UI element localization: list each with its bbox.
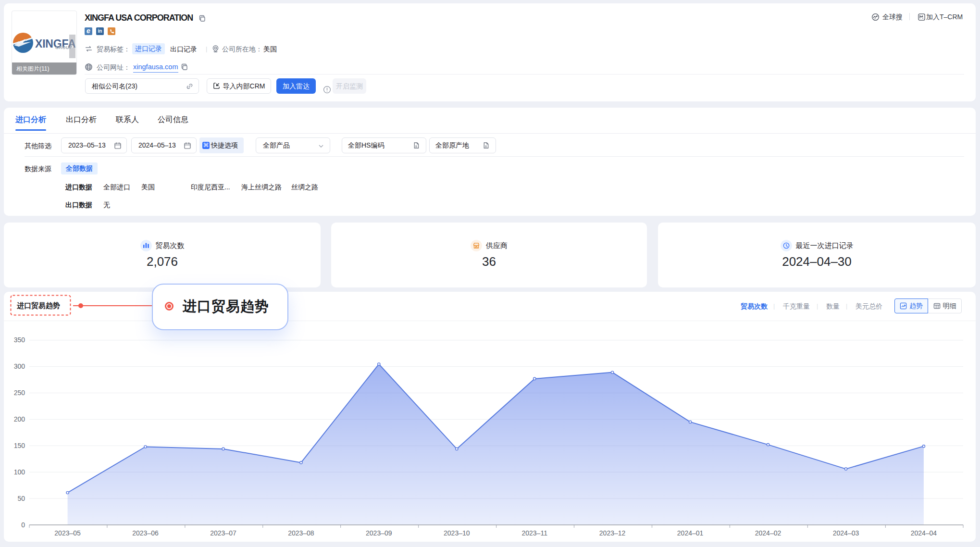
svg-text:2024–04: 2024–04 [911,529,937,537]
svg-text:2024–02: 2024–02 [755,529,782,537]
svg-text:150: 150 [14,442,25,449]
svg-text:0: 0 [21,521,25,529]
svg-text:2023–09: 2023–09 [366,529,392,537]
svg-text:2023–07: 2023–07 [210,529,236,537]
svg-text:2023–08: 2023–08 [288,529,314,537]
svg-text:2023–11: 2023–11 [521,529,547,537]
svg-text:2023–10: 2023–10 [444,529,470,537]
svg-text:2023–06: 2023–06 [132,529,159,537]
svg-text:300: 300 [14,362,25,370]
svg-text:2023–12: 2023–12 [599,529,626,537]
svg-text:2023–05: 2023–05 [54,529,81,537]
svg-text:50: 50 [17,495,25,502]
svg-text:250: 250 [14,389,25,397]
svg-text:2024–01: 2024–01 [677,529,704,537]
svg-text:100: 100 [14,468,25,476]
svg-text:350: 350 [14,336,25,344]
svg-text:200: 200 [14,415,25,423]
svg-text:2024–03: 2024–03 [833,529,859,537]
